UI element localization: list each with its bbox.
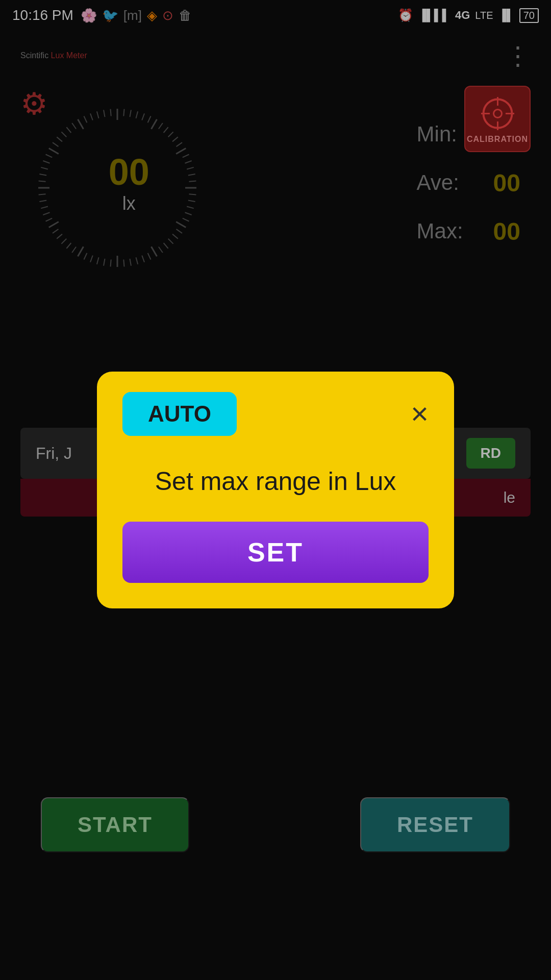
modal-overlay: AUTO × Set max range in Lux SET (0, 0, 551, 980)
modal-box: AUTO × Set max range in Lux SET (97, 372, 454, 608)
auto-badge: AUTO (122, 392, 237, 436)
modal-header: AUTO × (122, 392, 429, 436)
set-button[interactable]: SET (122, 522, 429, 583)
modal-body: Set max range in Lux (122, 456, 429, 522)
modal-body-text: Set max range in Lux (155, 467, 396, 496)
modal-close-button[interactable]: × (411, 399, 429, 429)
